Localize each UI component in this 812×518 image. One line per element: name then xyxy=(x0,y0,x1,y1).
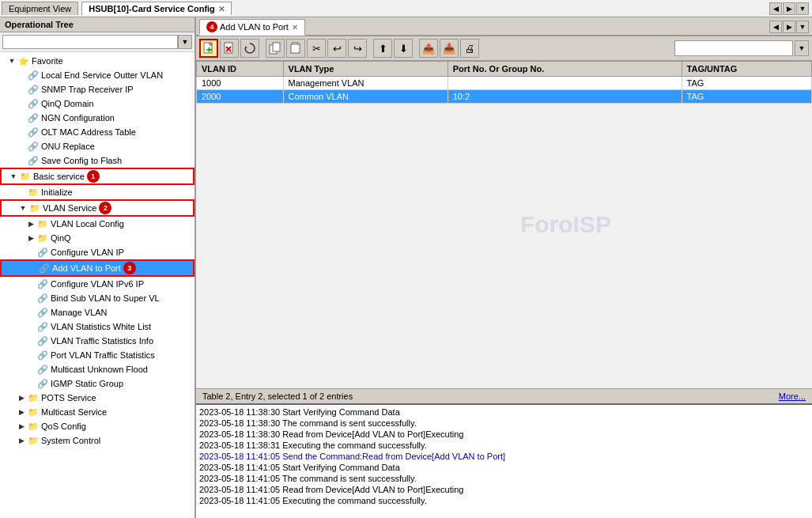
operational-tree-title: Operational Tree xyxy=(5,20,74,29)
cell-tag-1: TAG xyxy=(682,77,811,90)
tree-item-vlan-local[interactable]: ▶ 📁 VLAN Local Config xyxy=(0,217,195,231)
tree-item-qinq[interactable]: ▶ 📁 QinQ xyxy=(0,231,195,245)
main-title-bar: Equipment View HSUB[10]-Card Service Con… xyxy=(0,0,812,17)
tab-add-vlan-to-port[interactable]: 4 Add VLAN to Port ✕ xyxy=(199,19,305,36)
tree-item-onu-replace[interactable]: 🔗 ONU Replace xyxy=(0,139,195,153)
tree-item-configure-vlan-ip[interactable]: 🔗 Configure VLAN IP xyxy=(0,245,195,259)
nav-right-btn[interactable]: ▶ xyxy=(783,2,795,15)
toolbar-import-btn[interactable]: 📥 xyxy=(440,39,459,58)
vlan-service-expand: ▼ xyxy=(17,202,28,214)
tree-item-olt-mac[interactable]: 🔗 OLT MAC Address Table xyxy=(0,125,195,139)
multicast-unknown-label: Multicast Unknown Flood xyxy=(51,365,148,374)
tree-item-snmp[interactable]: 🔗 SNMP Trap Receiver IP xyxy=(0,82,195,96)
right-nav-right-btn[interactable]: ▶ xyxy=(783,21,795,33)
tree-item-vlan-stats-white[interactable]: 🔗 VLAN Statistics White List xyxy=(0,319,195,334)
tree-item-add-vlan-to-port[interactable]: 🔗 Add VLAN to Port 3 xyxy=(0,259,195,277)
tree-item-multicast-service[interactable]: ▶ 📁 Multicast Service xyxy=(0,405,195,419)
qinq-expand: ▶ xyxy=(25,233,36,244)
watermark: ForoISP xyxy=(520,211,611,238)
qos-config-label: QoS Config xyxy=(41,422,86,431)
toolbar-new-btn[interactable] xyxy=(199,39,218,58)
toolbar-undo-btn[interactable]: ↩ xyxy=(327,39,346,58)
ngn-icon: 🔗 xyxy=(27,112,40,124)
basic-service-badge: 1 xyxy=(87,170,100,183)
vlan-service-icon: 📁 xyxy=(28,202,41,214)
save-config-icon: 🔗 xyxy=(27,154,40,167)
table-wrapper: ForoISP VLAN ID VLAN Type Port No. Or Gr… xyxy=(196,61,812,388)
right-tab-bar: 4 Add VLAN to Port ✕ ◀ ▶ ▼ xyxy=(196,17,812,36)
right-nav-arrows: ◀ ▶ ▼ xyxy=(766,19,812,35)
manage-vlan-label: Manage VLAN xyxy=(51,308,108,317)
tree-item-vlan-traffic-stats[interactable]: 🔗 VLAN Traffic Statistics Info xyxy=(0,334,195,348)
tree-item-ngn[interactable]: 🔗 NGN Configuration xyxy=(0,111,195,125)
toolbar-cut-btn[interactable]: ✂ xyxy=(307,39,326,58)
col-header-vlantype: VLAN Type xyxy=(283,62,448,77)
tab-equipment-view[interactable]: Equipment View xyxy=(2,2,78,15)
toolbar-up-btn[interactable]: ⬆ xyxy=(373,39,392,58)
search-dropdown-btn[interactable]: ▼ xyxy=(178,35,192,49)
search-bar: ▼ xyxy=(0,32,195,52)
right-nav-left-btn[interactable]: ◀ xyxy=(769,21,782,33)
tree-item-initialize[interactable]: 📁 Initialize xyxy=(0,185,195,199)
tree-item-qos-config[interactable]: ▶ 📁 QoS Config xyxy=(0,419,195,433)
tab-card-service-config[interactable]: HSUB[10]-Card Service Config ✕ xyxy=(81,2,232,15)
port-vlan-icon: 🔗 xyxy=(36,349,49,361)
right-nav-down-btn[interactable]: ▼ xyxy=(796,21,809,33)
toolbar-print-btn[interactable]: 🖨 xyxy=(460,39,479,58)
igmp-static-expand xyxy=(25,378,36,389)
tree-item-basic-service[interactable]: ▼ 📁 Basic service 1 xyxy=(0,168,195,185)
nav-left-btn[interactable]: ◀ xyxy=(769,2,782,15)
tree-item-pots-service[interactable]: ▶ 📁 POTS Service xyxy=(0,391,195,405)
snmp-expand xyxy=(16,84,27,95)
vlan-stats-white-icon: 🔗 xyxy=(36,320,49,333)
toolbar-export-btn[interactable]: 📤 xyxy=(419,39,438,58)
tree-item-favorite[interactable]: ▼ ⭐ Favorite xyxy=(0,54,195,68)
cell-vlantype-2: Common VLAN xyxy=(283,90,448,104)
manage-vlan-icon: 🔗 xyxy=(36,306,49,319)
olt-mac-expand xyxy=(16,127,27,138)
multicast-service-icon: 📁 xyxy=(27,406,40,418)
toolbar-refresh-btn[interactable] xyxy=(240,39,259,58)
toolbar-copy-btn[interactable] xyxy=(266,39,285,58)
tree-item-multicast-unknown[interactable]: 🔗 Multicast Unknown Flood xyxy=(0,362,195,376)
configure-vlan-ip-icon: 🔗 xyxy=(36,246,49,259)
toolbar-delete-btn[interactable] xyxy=(220,39,239,58)
add-vlan-badge: 3 xyxy=(123,262,136,274)
tab-badge: 4 xyxy=(206,21,217,32)
toolbar-search-area: ▼ xyxy=(674,40,809,56)
search-input[interactable] xyxy=(2,35,178,49)
tree-item-manage-vlan[interactable]: 🔗 Manage VLAN xyxy=(0,305,195,319)
tree-item-igmp-static[interactable]: 🔗 IGMP Static Group xyxy=(0,376,195,391)
tab-close-icon[interactable]: ✕ xyxy=(218,5,225,13)
toolbar-redo-btn[interactable]: ↪ xyxy=(348,39,367,58)
nav-down-btn[interactable]: ▼ xyxy=(796,2,809,15)
right-tab-close-icon[interactable]: ✕ xyxy=(292,23,298,32)
cell-portno-2: 10:2 xyxy=(448,90,682,104)
tree-item-local-end[interactable]: 🔗 Local End Service Outter VLAN xyxy=(0,68,195,82)
tree-item-bind-sub-vlan[interactable]: 🔗 Bind Sub VLAN to Super VL xyxy=(0,291,195,305)
tree-item-port-vlan-traffic[interactable]: 🔗 Port VLAN Traffic Statistics xyxy=(0,348,195,362)
initialize-icon: 📁 xyxy=(27,186,40,199)
tree-item-configure-vlan-ipv6[interactable]: 🔗 Configure VLAN IPv6 IP xyxy=(0,277,195,291)
toolbar-search-dropdown-btn[interactable]: ▼ xyxy=(795,40,809,56)
initialize-label: Initialize xyxy=(41,187,73,197)
tree-item-save-config[interactable]: 🔗 Save Config to Flash xyxy=(0,153,195,168)
tree-item-qinq-domain[interactable]: 🔗 QinQ Domain xyxy=(0,96,195,111)
table-row[interactable]: 1000 Management VLAN TAG xyxy=(197,77,812,90)
tree-item-system-control[interactable]: ▶ 📁 System Control xyxy=(0,433,195,448)
toolbar-sep1 xyxy=(261,39,264,58)
table-row[interactable]: 2000 Common VLAN 10:2 TAG xyxy=(197,90,812,104)
toolbar-paste-btn[interactable] xyxy=(286,39,305,58)
tree-item-vlan-service[interactable]: ▼ 📁 VLAN Service 2 xyxy=(0,199,195,217)
multicast-service-label: Multicast Service xyxy=(41,407,107,417)
toolbar-down-btn[interactable]: ⬇ xyxy=(394,39,413,58)
toolbar-search-input[interactable] xyxy=(674,40,793,56)
configure-vlan-ip-expand xyxy=(25,247,36,258)
configure-vlan-ip-label: Configure VLAN IP xyxy=(51,248,124,257)
log-line: 2023-05-18 11:38:31 Executing the comman… xyxy=(199,440,809,451)
table-header-row: VLAN ID VLAN Type Port No. Or Group No. … xyxy=(197,62,812,77)
copy-icon xyxy=(269,42,281,55)
more-link[interactable]: More... xyxy=(779,391,806,401)
onu-replace-icon: 🔗 xyxy=(27,140,40,153)
cell-vlanid-2: 2000 xyxy=(197,90,284,104)
